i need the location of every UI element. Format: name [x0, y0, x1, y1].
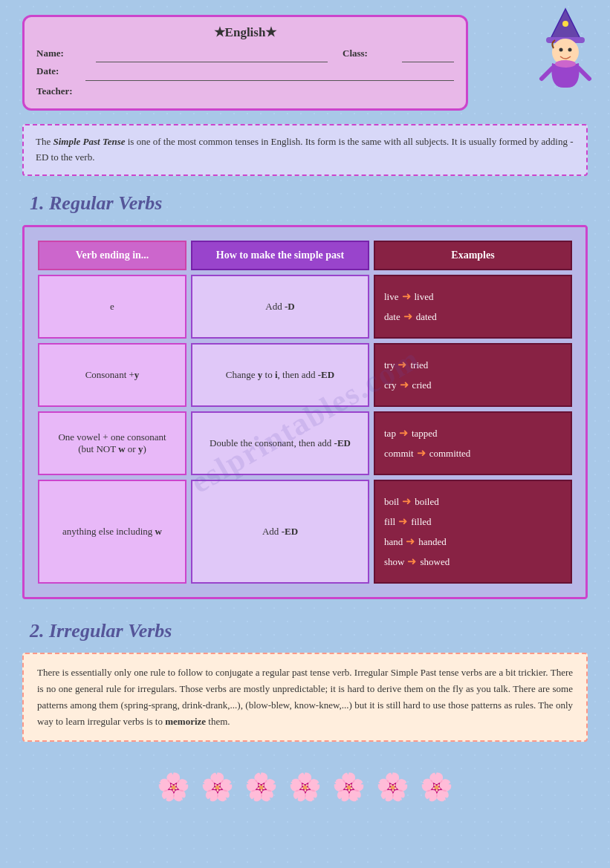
example-line: commit ➜committed [384, 443, 562, 463]
arrow-icon: ➜ [417, 443, 426, 463]
rule-cell: Add -ED [191, 480, 369, 584]
table-header-row: Verb ending in... How to make the simple… [38, 241, 572, 270]
verbs-table: Verb ending in... How to make the simple… [33, 236, 577, 588]
example-line: try ➜tried [384, 355, 562, 375]
flower-icon: 🌸 [201, 771, 234, 803]
arrow-icon: ➜ [398, 355, 407, 375]
svg-line-7 [542, 68, 552, 79]
example-line: boil ➜boiled [384, 492, 562, 512]
examples-cell: live ➜liveddate ➜dated [374, 275, 572, 339]
ending-cell: e [38, 275, 186, 339]
arrow-icon: ➜ [402, 287, 412, 307]
table-row: One vowel + one consonant(but NOT w or y… [38, 411, 572, 475]
intro-italic: Simple Past Tense [53, 136, 125, 147]
svg-point-5 [568, 48, 572, 52]
irregular-box: There is essentially only one rule to fo… [22, 653, 588, 742]
examples-cell: boil ➜boiledfill ➜filledhand ➜handedshow… [374, 480, 572, 584]
flower-icon: 🌸 [420, 771, 453, 803]
header-fields: Name: Class: Date: Teacher: [36, 45, 454, 99]
svg-point-4 [559, 48, 563, 52]
arrow-icon: ➜ [399, 423, 409, 443]
irregular-text: There is essentially only one rule to fo… [37, 667, 573, 727]
name-label: Name: [36, 45, 81, 62]
ending-cell: One vowel + one consonant(but NOT w or y… [38, 411, 186, 475]
flower-icon: 🌸 [157, 771, 190, 803]
header-box: ★English★ Name: Class: Date: Teacher: [22, 15, 468, 111]
col3-header: Examples [374, 241, 572, 270]
arrow-icon: ➜ [403, 307, 413, 327]
flowers-row: 🌸🌸🌸🌸🌸🌸🌸 [22, 764, 588, 818]
date-underline [85, 62, 454, 80]
arrow-icon: ➜ [398, 512, 408, 532]
date-row: Date: [36, 62, 454, 80]
section1-heading: 1. Regular Verbs [30, 192, 588, 215]
example-line: show ➜showed [384, 552, 562, 572]
intro-box: The Simple Past Tense is one of the most… [22, 124, 588, 176]
svg-point-2 [562, 21, 568, 27]
ending-cell: Consonant +y [38, 343, 186, 407]
rule-cell: Change y to i, then add -ED [191, 343, 369, 407]
examples-cell: tap ➜tappedcommit ➜committed [374, 411, 572, 475]
example-line: cry ➜cried [384, 375, 562, 395]
name-underline [96, 45, 328, 62]
svg-point-6 [555, 60, 576, 68]
table-row: Consonant +yChange y to i, then add -EDt… [38, 343, 572, 407]
col2-header: How to make the simple past [191, 241, 369, 270]
example-line: date ➜dated [384, 307, 562, 327]
class-underline [402, 45, 454, 62]
arrow-icon: ➜ [407, 552, 417, 572]
flower-icon: 🌸 [288, 771, 322, 803]
arrow-icon: ➜ [402, 492, 412, 512]
wizard-character [536, 7, 595, 82]
flower-icon: 🌸 [332, 771, 366, 803]
svg-line-8 [579, 68, 589, 79]
verbs-table-outer: Verb ending in... How to make the simple… [22, 225, 588, 599]
arrow-icon: ➜ [406, 532, 415, 552]
rule-cell: Double the consonant, then add -ED [191, 411, 369, 475]
rule-cell: Add -D [191, 275, 369, 339]
teacher-row: Teacher: [36, 82, 454, 99]
page: ★English★ Name: Class: Date: Teacher: Th… [0, 0, 610, 840]
example-line: live ➜lived [384, 287, 562, 307]
flower-icon: 🌸 [376, 771, 409, 803]
intro-text-before: The [36, 136, 53, 147]
example-line: tap ➜tapped [384, 423, 562, 443]
name-class-row: Name: Class: [36, 45, 454, 62]
example-line: fill ➜filled [384, 512, 562, 532]
table-row: eAdd -Dlive ➜liveddate ➜dated [38, 275, 572, 339]
col1-header: Verb ending in... [38, 241, 186, 270]
teacher-label: Teacher: [36, 82, 81, 99]
arrow-icon: ➜ [400, 375, 409, 395]
ending-cell: anything else including w [38, 480, 186, 584]
section2-heading: 2. Irregular Verbs [30, 620, 588, 642]
header-title: ★English★ [36, 25, 454, 40]
example-line: hand ➜handed [384, 532, 562, 552]
flower-icon: 🌸 [244, 771, 278, 803]
date-label: Date: [36, 62, 81, 79]
table-row: anything else including wAdd -EDboil ➜bo… [38, 480, 572, 584]
memorize-bold: memorize [165, 716, 206, 727]
class-label: Class: [343, 45, 387, 62]
irregular-text-end: them. [206, 716, 230, 727]
examples-cell: try ➜triedcry ➜cried [374, 343, 572, 407]
